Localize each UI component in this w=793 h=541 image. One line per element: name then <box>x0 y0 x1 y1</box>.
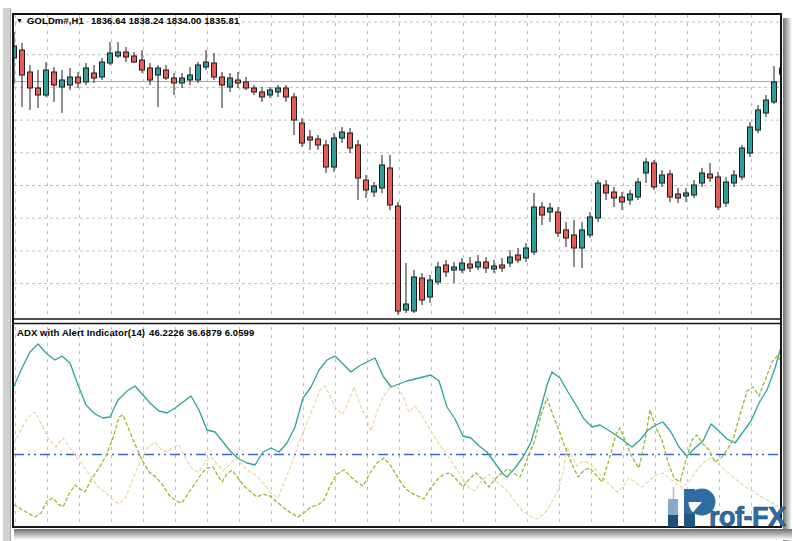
candle-bullish <box>116 52 121 56</box>
candle-bearish <box>564 230 569 238</box>
candle-bullish <box>428 280 433 297</box>
candle-bullish <box>748 127 753 153</box>
candle-bearish <box>620 197 625 202</box>
candle-bearish <box>364 180 369 190</box>
candle-bullish <box>724 182 729 203</box>
candle-bearish <box>708 174 713 178</box>
candle-bearish <box>348 133 353 148</box>
indicator-label: ADX with Alert Indicator(14)46.2226 36.6… <box>17 327 254 338</box>
symbol-period-label: GOLDm#,H1 <box>27 15 84 26</box>
candle-bullish <box>188 75 193 80</box>
watermark-text: rof-FX <box>709 502 786 532</box>
candle-bullish <box>660 175 665 183</box>
candle-bullish <box>740 148 745 177</box>
candle-bullish <box>772 82 777 102</box>
candle-bullish <box>644 162 649 173</box>
candle-bearish <box>572 235 577 248</box>
candle-bullish <box>276 88 281 92</box>
candle-bearish <box>324 145 329 167</box>
candle-bullish <box>756 110 761 130</box>
candle-bullish <box>764 100 769 113</box>
candle-bearish <box>484 262 489 268</box>
candle-bullish <box>524 248 529 258</box>
candle-bullish <box>452 267 457 270</box>
candle-bullish <box>404 304 409 310</box>
chart-title: ▼GOLDm#,H11836.64 1838.24 1834.00 1835.8… <box>16 15 239 27</box>
candle-bullish <box>508 257 513 263</box>
candle-bullish <box>596 183 601 218</box>
candle-bearish <box>356 145 361 178</box>
ohlc-values: 1836.64 1838.24 1834.00 1835.81 <box>91 15 239 26</box>
candle-bullish <box>68 77 73 85</box>
candle-bullish <box>340 132 345 138</box>
candle-bearish <box>284 88 289 97</box>
watermark-p-stem-dark <box>684 514 695 527</box>
candle-bullish <box>532 207 537 252</box>
candle-bearish <box>140 60 145 70</box>
candle-bearish <box>556 212 561 233</box>
candle-bearish <box>52 72 57 85</box>
candle-bearish <box>300 123 305 143</box>
candle-bullish <box>700 173 705 183</box>
candle-bearish <box>164 70 169 78</box>
chart-window: rof-FX ▼GOLDm#,H11836.64 1838.24 1834.00… <box>0 0 793 541</box>
candle-bullish <box>580 230 585 248</box>
chart-canvas[interactable]: rof-FX <box>0 0 793 541</box>
watermark-bar-dark <box>668 515 678 527</box>
candle-bullish <box>436 267 441 282</box>
candle-bullish <box>228 78 233 87</box>
indicator-name: ADX with Alert Indicator(14) <box>17 327 145 338</box>
shadow-bottom <box>14 529 792 540</box>
candle-bullish <box>692 185 697 195</box>
candle-bearish <box>244 82 249 88</box>
candle-bearish <box>124 52 129 57</box>
candle-bullish <box>412 277 417 311</box>
candle-bearish <box>652 163 657 187</box>
candle-bullish <box>460 263 465 270</box>
candle-bearish <box>132 56 137 62</box>
candle-bullish <box>108 53 113 63</box>
candle-bullish <box>268 90 273 95</box>
candle-bearish <box>20 50 25 75</box>
candle-bullish <box>684 193 689 196</box>
candle-bullish <box>332 138 337 167</box>
candle-bearish <box>76 77 81 83</box>
collapse-icon[interactable]: ▼ <box>16 17 23 24</box>
candle-bullish <box>588 217 593 235</box>
candle-bearish <box>716 177 721 207</box>
candle-bullish <box>60 80 65 87</box>
candle-bullish <box>732 175 737 183</box>
candle-bearish <box>148 68 153 80</box>
candle-bearish <box>468 264 473 268</box>
candle-bearish <box>316 139 321 145</box>
candle-bearish <box>420 278 425 300</box>
candle-bullish <box>636 182 641 197</box>
candle-bearish <box>212 63 217 77</box>
candle-bearish <box>396 206 401 311</box>
candle-bearish <box>236 80 241 83</box>
candle-bullish <box>372 186 377 192</box>
candle-bullish <box>100 62 105 77</box>
candle-bearish <box>252 88 257 92</box>
candle-bullish <box>196 65 201 80</box>
candle-bullish <box>204 62 209 67</box>
candle-bullish <box>628 194 633 200</box>
candle-bearish <box>612 192 617 198</box>
candle-bearish <box>220 77 225 85</box>
candle-bearish <box>604 185 609 193</box>
candle-bullish <box>156 68 161 75</box>
candle-bullish <box>180 78 185 83</box>
candle-bearish <box>36 88 41 95</box>
candle-bearish <box>540 207 545 215</box>
shadow-right <box>783 18 792 541</box>
candle-bullish <box>476 262 481 267</box>
window-edge-left <box>3 8 11 541</box>
candle-bullish <box>84 68 89 82</box>
candle-bullish <box>492 266 497 269</box>
candle-bearish <box>92 73 97 78</box>
pane-divider[interactable] <box>13 316 781 325</box>
indicator-values: 46.2226 36.6879 6.0599 <box>149 327 254 338</box>
candle-bearish <box>516 255 521 260</box>
candle-bullish <box>548 208 553 212</box>
candle-bearish <box>444 265 449 272</box>
